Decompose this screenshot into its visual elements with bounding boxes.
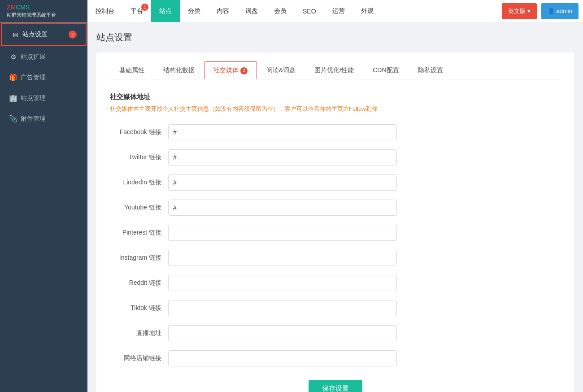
tab-阅读&词盘[interactable]: 阅读&词盘 [257,61,305,79]
section-desc: 社交媒体本主要开放个人社交主页信息（如没有内容须保留为空），客户可以查看你的主页… [110,105,561,113]
nav-item-控制台[interactable]: 控制台 [87,0,122,22]
form-row-0: Facebook 链接 [110,124,561,140]
form-input-9[interactable] [168,350,397,366]
form-input-4[interactable] [168,225,397,241]
sidebar-item-广告管理[interactable]: 🎁广告管理 [0,67,87,88]
form-input-1[interactable] [168,149,397,166]
tab-基础属性[interactable]: 基础属性 [110,61,154,79]
form-rows: Facebook 链接Twitter 链接LindedIn 链接Youtube … [110,124,561,366]
form-input-5[interactable] [168,250,397,266]
form-input-3[interactable] [168,200,397,216]
form-row-7: Tiktok 链接 [110,300,561,316]
content-card: 基础属性结构化数据社交媒体3阅读&词盘图片优化/性能CDN配置隐私设置 社交媒体… [96,52,574,392]
nav-item-运营[interactable]: 运营 [324,0,353,22]
nav-right: 英文版 ▾ 👤 admin [502,0,583,22]
tabs: 基础属性结构化数据社交媒体3阅读&词盘图片优化/性能CDN配置隐私设置 [110,61,561,79]
sidebar-item-附件管理[interactable]: 📎附件管理 [0,109,87,129]
form-input-8[interactable] [168,325,397,341]
logo-subtitle: 站群营销管理系统平台 [7,12,81,18]
form-row-6: Reddit 链接 [110,275,561,291]
lang-button[interactable]: 英文版 ▾ [502,3,537,19]
nav-items: 控制台平台1站点分类内容词盘会员SEO运营外观 [87,0,502,22]
form-input-2[interactable] [168,174,397,191]
form-label-8: 直播地址 [110,329,168,337]
form-row-1: Twitter 链接 [110,149,561,166]
tab-图片优化/性能[interactable]: 图片优化/性能 [305,61,363,79]
main-content: 站点设置 基础属性结构化数据社交媒体3阅读&词盘图片优化/性能CDN配置隐私设置… [87,22,583,392]
nav-item-会员[interactable]: 会员 [266,0,295,22]
sidebar-item-label: 附件管理 [21,115,46,123]
sidebar-icon: 🎁 [9,74,17,82]
sidebar-item-label: 广告管理 [21,74,46,82]
sidebar-item-label: 站点管理 [21,94,46,102]
form-row-2: LindedIn 链接 [110,174,561,191]
tab-CDN配置[interactable]: CDN配置 [363,61,408,79]
section-title: 社交媒体地址 [110,93,561,101]
sidebar-item-站点管理[interactable]: 🏢站点管理 [0,88,87,109]
layout: 🖥站点设置2⚙站点扩展🎁广告管理🏢站点管理📎附件管理 站点设置 基础属性结构化数… [0,22,583,392]
form-input-7[interactable] [168,300,397,316]
form-row-5: Instagram 链接 [110,250,561,266]
user-button[interactable]: 👤 admin [541,3,579,19]
nav-item-分类[interactable]: 分类 [180,0,209,22]
sidebar-icon: 🖥 [11,31,19,39]
form-label-6: Reddit 链接 [110,279,168,287]
logo-area: ZMCMS 站群营销管理系统平台 [0,0,87,22]
sidebar-icon: ⚙ [9,53,17,61]
sidebar-icon: 🏢 [9,94,17,102]
form-label-9: 网络店铺链接 [110,354,168,362]
form-label-1: Twitter 链接 [110,153,168,161]
form-row-3: Youtube 链接 [110,200,561,216]
nav-item-站点[interactable]: 站点 [151,0,180,22]
tab-结构化数据[interactable]: 结构化数据 [154,61,204,79]
logo-zm: ZM [7,4,16,11]
form-row-9: 网络店铺链接 [110,350,561,366]
nav-item-平台[interactable]: 平台1 [122,0,151,22]
nav-item-内容[interactable]: 内容 [209,0,237,22]
tab-badge: 3 [240,67,248,74]
form-row-4: Pinterest 链接 [110,225,561,241]
lang-label: 英文版 [508,7,526,15]
sidebar: 🖥站点设置2⚙站点扩展🎁广告管理🏢站点管理📎附件管理 [0,22,87,392]
form-label-5: Instagram 链接 [110,254,168,262]
page-title: 站点设置 [96,31,574,44]
sidebar-item-站点扩展[interactable]: ⚙站点扩展 [0,47,87,67]
form-input-0[interactable] [168,124,397,140]
sidebar-item-label: 站点扩展 [21,53,46,61]
nav-item-SEO[interactable]: SEO [295,0,324,22]
form-label-7: Tiktok 链接 [110,304,168,312]
save-button[interactable]: 保存设置 [309,380,362,392]
tab-隐私设置[interactable]: 隐私设置 [409,61,452,79]
sidebar-item-label: 站点设置 [22,30,48,39]
nav-item-外观[interactable]: 外观 [353,0,382,22]
sidebar-badge: 2 [69,30,77,39]
form-label-0: Facebook 链接 [110,128,168,136]
tab-社交媒体[interactable]: 社交媒体3 [204,61,257,79]
top-nav: ZMCMS 站群营销管理系统平台 控制台平台1站点分类内容词盘会员SEO运营外观… [0,0,583,22]
nav-badge: 1 [141,4,148,11]
sidebar-item-站点设置[interactable]: 🖥站点设置2 [1,23,87,46]
form-label-2: LindedIn 链接 [110,179,168,187]
chevron-down-icon: ▾ [527,8,531,14]
nav-item-词盘[interactable]: 词盘 [237,0,266,22]
form-row-8: 直播地址 [110,325,561,341]
user-icon: 👤 [548,8,555,14]
form-input-6[interactable] [168,275,397,291]
form-label-3: Youtube 链接 [110,204,168,212]
user-label: admin [557,8,572,14]
sidebar-icon: 📎 [9,115,17,123]
form-label-4: Pinterest 链接 [110,229,168,237]
logo-cms: CMS [16,4,30,11]
